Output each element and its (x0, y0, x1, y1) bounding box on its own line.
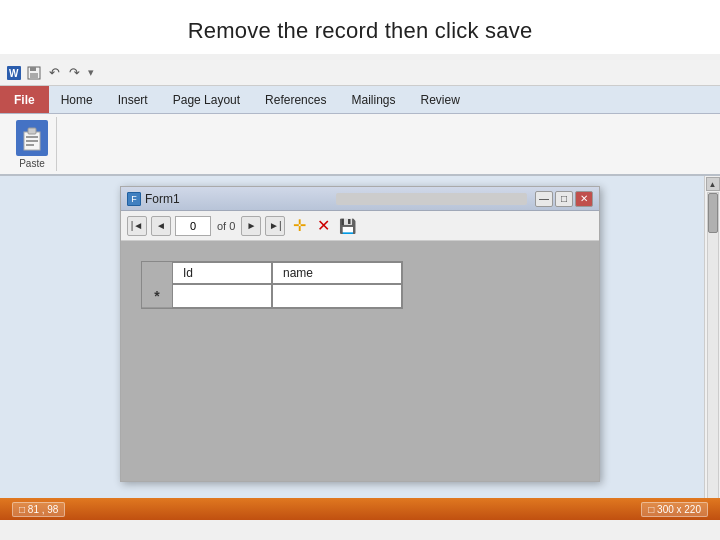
ribbon-wrapper: W ↶ ↷ ▾ File Home Insert Page Layout Ref… (0, 60, 720, 520)
row-indicator: * (142, 284, 172, 308)
status-coordinates: □ 81 , 98 (12, 502, 65, 517)
grid-col-header-name: name (272, 262, 402, 284)
grid-header-row: Id name (142, 262, 402, 284)
svg-rect-6 (28, 128, 36, 134)
grid-data-row: * (142, 284, 402, 308)
customize-arrow[interactable]: ▾ (88, 66, 94, 79)
scroll-thumb[interactable] (708, 193, 718, 233)
tab-page-layout[interactable]: Page Layout (161, 86, 253, 113)
grid-cell-name[interactable] (272, 284, 402, 308)
status-left: □ 81 , 98 (12, 502, 65, 517)
tab-insert[interactable]: Insert (106, 86, 161, 113)
paste-label: Paste (19, 158, 45, 169)
status-size: □ 300 x 220 (641, 502, 708, 517)
form-nav-toolbar: |◄ ◄ of 0 ► ►| ✛ ✕ 💾 (121, 211, 599, 241)
undo-icon[interactable]: ↶ (46, 65, 62, 81)
nav-last-button[interactable]: ►| (265, 216, 285, 236)
nav-save-button[interactable]: 💾 (337, 216, 357, 236)
redo-icon[interactable]: ↷ (66, 65, 82, 81)
svg-rect-4 (30, 73, 38, 78)
scroll-up-arrow[interactable]: ▲ (706, 177, 720, 191)
paste-icon[interactable] (16, 120, 48, 156)
slide-title: Remove the record then click save (0, 0, 720, 54)
nav-add-button[interactable]: ✛ (289, 216, 309, 236)
form-body: Id name * (121, 241, 599, 481)
ribbon-content: Paste (0, 114, 720, 176)
word-logo-icon: W (6, 65, 22, 81)
svg-rect-3 (30, 67, 36, 71)
scrollbar-vertical: ▲ ▼ (704, 176, 720, 520)
grid-cell-id[interactable] (172, 284, 272, 308)
nav-delete-button[interactable]: ✕ (313, 216, 333, 236)
tab-file[interactable]: File (0, 86, 49, 113)
grid-col-header-id: Id (172, 262, 272, 284)
svg-rect-9 (26, 144, 34, 146)
form-title-text: Form1 (145, 192, 336, 206)
document-area: F Form1 — □ ✕ |◄ ◄ of 0 ► ►| ✛ ✕ (0, 176, 720, 516)
minimize-button[interactable]: — (535, 191, 553, 207)
quick-access-toolbar: W ↶ ↷ ▾ (0, 60, 720, 86)
tab-references[interactable]: References (253, 86, 339, 113)
tab-review[interactable]: Review (408, 86, 472, 113)
paste-group: Paste (8, 117, 57, 171)
tab-mailings[interactable]: Mailings (339, 86, 408, 113)
save-icon[interactable] (26, 65, 42, 81)
svg-rect-7 (26, 136, 38, 138)
form-window: F Form1 — □ ✕ |◄ ◄ of 0 ► ►| ✛ ✕ (120, 186, 600, 482)
status-bar: □ 81 , 98 □ 300 x 220 (0, 498, 720, 520)
close-button[interactable]: ✕ (575, 191, 593, 207)
nav-next-button[interactable]: ► (241, 216, 261, 236)
svg-rect-8 (26, 140, 38, 142)
form-titlebar: F Form1 — □ ✕ (121, 187, 599, 211)
grid-row-header-spacer (142, 262, 172, 284)
form-app-icon: F (127, 192, 141, 206)
ribbon-tabs: File Home Insert Page Layout References … (0, 86, 720, 114)
nav-first-button[interactable]: |◄ (127, 216, 147, 236)
of-label: of 0 (217, 220, 235, 232)
nav-prev-button[interactable]: ◄ (151, 216, 171, 236)
scroll-track[interactable] (707, 192, 719, 504)
record-number-input[interactable] (175, 216, 211, 236)
svg-text:W: W (9, 68, 19, 79)
data-grid: Id name * (141, 261, 403, 309)
form-window-controls: — □ ✕ (535, 191, 593, 207)
maximize-button[interactable]: □ (555, 191, 573, 207)
status-right: □ 300 x 220 (641, 502, 708, 517)
tab-home[interactable]: Home (49, 86, 106, 113)
